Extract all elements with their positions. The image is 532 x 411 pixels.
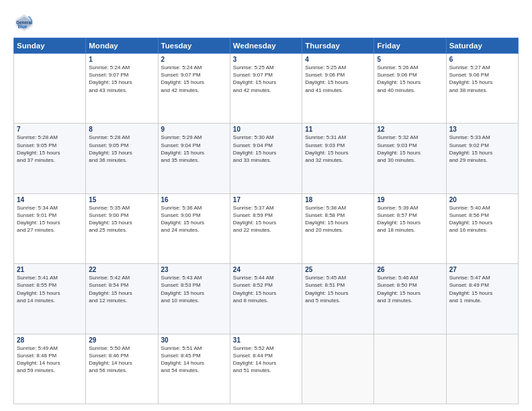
week-row-1: 1Sunrise: 5:24 AM Sunset: 9:07 PM Daylig… <box>14 54 519 124</box>
day-cell: 24Sunrise: 5:44 AM Sunset: 8:52 PM Dayli… <box>230 264 302 334</box>
day-info: Sunrise: 5:32 AM Sunset: 9:03 PM Dayligh… <box>377 134 443 164</box>
day-info: Sunrise: 5:39 AM Sunset: 8:57 PM Dayligh… <box>377 204 443 234</box>
day-number: 30 <box>161 336 227 344</box>
day-number: 13 <box>449 126 515 133</box>
day-info: Sunrise: 5:25 AM Sunset: 9:06 PM Dayligh… <box>305 64 371 94</box>
day-number: 15 <box>89 196 154 203</box>
day-number: 14 <box>17 196 83 203</box>
day-cell: 13Sunrise: 5:33 AM Sunset: 9:02 PM Dayli… <box>446 124 518 193</box>
day-number: 21 <box>17 266 83 273</box>
day-info: Sunrise: 5:41 AM Sunset: 8:55 PM Dayligh… <box>17 274 83 304</box>
day-number: 11 <box>305 126 371 133</box>
day-number: 23 <box>161 266 227 273</box>
day-cell: 31Sunrise: 5:52 AM Sunset: 8:44 PM Dayli… <box>230 334 302 404</box>
day-cell <box>446 334 518 404</box>
day-cell: 9Sunrise: 5:29 AM Sunset: 9:04 PM Daylig… <box>158 124 230 193</box>
day-cell: 27Sunrise: 5:47 AM Sunset: 8:49 PM Dayli… <box>446 264 518 334</box>
day-info: Sunrise: 5:36 AM Sunset: 9:00 PM Dayligh… <box>161 204 227 234</box>
day-number: 1 <box>89 56 154 63</box>
week-row-3: 14Sunrise: 5:34 AM Sunset: 9:01 PM Dayli… <box>14 193 519 263</box>
day-info: Sunrise: 5:45 AM Sunset: 8:51 PM Dayligh… <box>305 274 371 304</box>
day-number: 19 <box>377 196 443 203</box>
weekday-header-tuesday: Tuesday <box>158 38 230 54</box>
day-number: 5 <box>377 56 443 63</box>
logo-icon: General Blue <box>13 12 35 34</box>
day-cell: 26Sunrise: 5:46 AM Sunset: 8:50 PM Dayli… <box>374 264 446 334</box>
day-number: 29 <box>89 336 154 344</box>
weekday-header-row: SundayMondayTuesdayWednesdayThursdayFrid… <box>14 38 519 54</box>
day-info: Sunrise: 5:52 AM Sunset: 8:44 PM Dayligh… <box>233 345 299 375</box>
day-info: Sunrise: 5:24 AM Sunset: 9:07 PM Dayligh… <box>161 64 227 94</box>
day-number: 20 <box>449 196 515 203</box>
day-cell: 11Sunrise: 5:31 AM Sunset: 9:03 PM Dayli… <box>302 124 374 193</box>
day-cell: 18Sunrise: 5:38 AM Sunset: 8:58 PM Dayli… <box>302 193 374 263</box>
day-number: 26 <box>377 266 443 273</box>
day-cell: 21Sunrise: 5:41 AM Sunset: 8:55 PM Dayli… <box>14 264 86 334</box>
week-row-4: 21Sunrise: 5:41 AM Sunset: 8:55 PM Dayli… <box>14 264 519 334</box>
day-number: 3 <box>233 56 299 63</box>
day-number: 16 <box>161 196 227 203</box>
day-cell: 28Sunrise: 5:49 AM Sunset: 8:48 PM Dayli… <box>14 334 86 404</box>
day-cell: 19Sunrise: 5:39 AM Sunset: 8:57 PM Dayli… <box>374 193 446 263</box>
day-info: Sunrise: 5:42 AM Sunset: 8:54 PM Dayligh… <box>89 274 154 304</box>
day-cell <box>374 334 446 404</box>
day-info: Sunrise: 5:44 AM Sunset: 8:52 PM Dayligh… <box>233 274 299 304</box>
day-cell: 10Sunrise: 5:30 AM Sunset: 9:04 PM Dayli… <box>230 124 302 193</box>
day-cell: 15Sunrise: 5:35 AM Sunset: 9:00 PM Dayli… <box>86 193 158 263</box>
day-cell: 2Sunrise: 5:24 AM Sunset: 9:07 PM Daylig… <box>158 54 230 124</box>
day-info: Sunrise: 5:38 AM Sunset: 8:58 PM Dayligh… <box>305 204 371 234</box>
day-number: 18 <box>305 196 371 203</box>
day-cell: 8Sunrise: 5:28 AM Sunset: 9:05 PM Daylig… <box>86 124 158 193</box>
day-number: 6 <box>449 56 515 63</box>
day-cell: 30Sunrise: 5:51 AM Sunset: 8:45 PM Dayli… <box>158 334 230 404</box>
day-number: 27 <box>449 266 515 273</box>
day-cell: 12Sunrise: 5:32 AM Sunset: 9:03 PM Dayli… <box>374 124 446 193</box>
weekday-header-sunday: Sunday <box>14 38 86 54</box>
day-cell: 17Sunrise: 5:37 AM Sunset: 8:59 PM Dayli… <box>230 193 302 263</box>
day-cell: 20Sunrise: 5:40 AM Sunset: 8:56 PM Dayli… <box>446 193 518 263</box>
day-info: Sunrise: 5:40 AM Sunset: 8:56 PM Dayligh… <box>449 204 515 234</box>
day-number: 10 <box>233 126 299 133</box>
day-info: Sunrise: 5:27 AM Sunset: 9:06 PM Dayligh… <box>449 64 515 94</box>
day-cell <box>14 54 86 124</box>
day-info: Sunrise: 5:26 AM Sunset: 9:06 PM Dayligh… <box>377 64 443 94</box>
weekday-header-saturday: Saturday <box>446 38 518 54</box>
day-info: Sunrise: 5:50 AM Sunset: 8:46 PM Dayligh… <box>89 345 154 375</box>
weekday-header-friday: Friday <box>374 38 446 54</box>
day-info: Sunrise: 5:35 AM Sunset: 9:00 PM Dayligh… <box>89 204 154 234</box>
day-number: 28 <box>17 336 83 344</box>
day-info: Sunrise: 5:47 AM Sunset: 8:49 PM Dayligh… <box>449 274 515 304</box>
day-info: Sunrise: 5:30 AM Sunset: 9:04 PM Dayligh… <box>233 134 299 164</box>
day-info: Sunrise: 5:34 AM Sunset: 9:01 PM Dayligh… <box>17 204 83 234</box>
day-number: 31 <box>233 336 299 344</box>
day-cell: 23Sunrise: 5:43 AM Sunset: 8:53 PM Dayli… <box>158 264 230 334</box>
week-row-2: 7Sunrise: 5:28 AM Sunset: 9:05 PM Daylig… <box>14 124 519 193</box>
day-cell <box>302 334 374 404</box>
day-info: Sunrise: 5:33 AM Sunset: 9:02 PM Dayligh… <box>449 134 515 164</box>
day-number: 25 <box>305 266 371 273</box>
day-info: Sunrise: 5:28 AM Sunset: 9:05 PM Dayligh… <box>17 134 83 164</box>
day-number: 2 <box>161 56 227 63</box>
svg-text:Blue: Blue <box>17 24 27 29</box>
day-info: Sunrise: 5:24 AM Sunset: 9:07 PM Dayligh… <box>89 64 154 94</box>
day-cell: 29Sunrise: 5:50 AM Sunset: 8:46 PM Dayli… <box>86 334 158 404</box>
day-number: 9 <box>161 126 227 133</box>
day-cell: 7Sunrise: 5:28 AM Sunset: 9:05 PM Daylig… <box>14 124 86 193</box>
day-number: 7 <box>17 126 83 133</box>
day-info: Sunrise: 5:29 AM Sunset: 9:04 PM Dayligh… <box>161 134 227 164</box>
day-cell: 3Sunrise: 5:25 AM Sunset: 9:07 PM Daylig… <box>230 54 302 124</box>
day-number: 22 <box>89 266 154 273</box>
day-info: Sunrise: 5:46 AM Sunset: 8:50 PM Dayligh… <box>377 274 443 304</box>
day-cell: 25Sunrise: 5:45 AM Sunset: 8:51 PM Dayli… <box>302 264 374 334</box>
day-number: 8 <box>89 126 154 133</box>
day-info: Sunrise: 5:25 AM Sunset: 9:07 PM Dayligh… <box>233 64 299 94</box>
weekday-header-thursday: Thursday <box>302 38 374 54</box>
day-info: Sunrise: 5:28 AM Sunset: 9:05 PM Dayligh… <box>89 134 154 164</box>
day-cell: 16Sunrise: 5:36 AM Sunset: 9:00 PM Dayli… <box>158 193 230 263</box>
day-number: 17 <box>233 196 299 203</box>
day-info: Sunrise: 5:49 AM Sunset: 8:48 PM Dayligh… <box>17 345 83 375</box>
day-cell: 14Sunrise: 5:34 AM Sunset: 9:01 PM Dayli… <box>14 193 86 263</box>
day-info: Sunrise: 5:37 AM Sunset: 8:59 PM Dayligh… <box>233 204 299 234</box>
day-cell: 5Sunrise: 5:26 AM Sunset: 9:06 PM Daylig… <box>374 54 446 124</box>
day-number: 24 <box>233 266 299 273</box>
